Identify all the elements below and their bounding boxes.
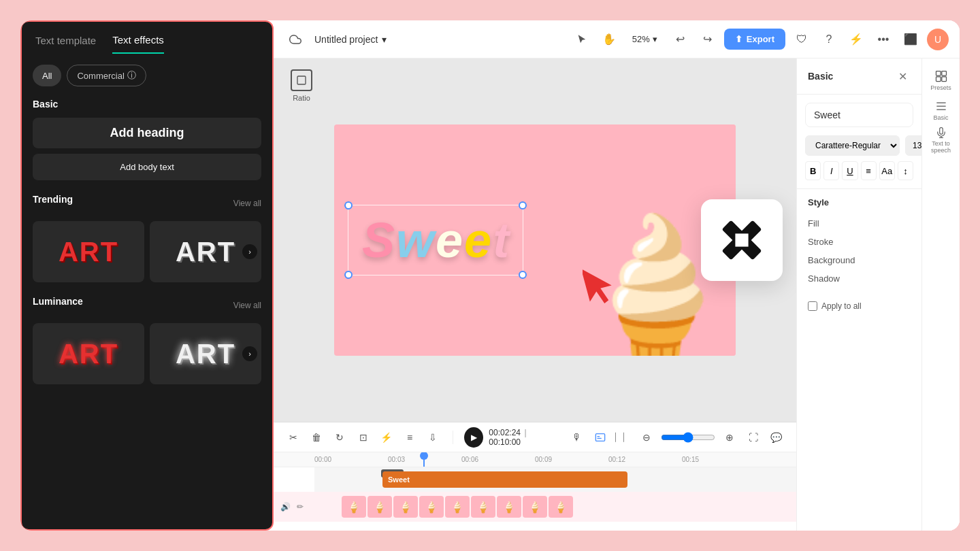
dropdown-chevron: ▾ <box>382 34 387 45</box>
trending-card-1[interactable]: ART <box>33 221 144 282</box>
loop-button[interactable]: ↻ <box>331 428 348 447</box>
filter-row: All Commercial ⓘ <box>33 65 261 86</box>
play-button[interactable]: ▶ <box>464 427 483 448</box>
handle-top-left[interactable] <box>344 201 353 210</box>
add-heading-button[interactable]: Add heading <box>33 118 261 148</box>
pan-tool-button[interactable]: ✋ <box>598 29 620 50</box>
settings-icon[interactable]: ⚡ <box>845 29 867 50</box>
avatar[interactable]: U <box>927 29 949 50</box>
capcut-logo <box>715 213 769 267</box>
frame-9: 🍦 <box>549 496 573 518</box>
luminance-card-1[interactable]: ART <box>33 323 144 384</box>
basic-side-button[interactable]: Basic <box>928 97 955 124</box>
align-button[interactable]: ≡ <box>861 161 877 180</box>
canvas-row: Ratio 🍦 <box>274 59 960 531</box>
time-separator: | <box>524 428 526 437</box>
delete-button[interactable]: 🗑 <box>308 428 325 447</box>
ratio-button[interactable]: Ratio <box>284 69 318 102</box>
cloud-save-icon[interactable] <box>284 29 306 50</box>
more-options-button[interactable]: ••• <box>872 29 894 50</box>
filter-commercial-button[interactable]: Commercial ⓘ <box>67 65 146 86</box>
letter-e2: e <box>464 212 491 268</box>
text-to-speech-button[interactable]: Text to speech <box>928 127 955 154</box>
main-area: Untitled project ▾ ✋ 52% ▾ ↩ ↪ ⬆ Export <box>274 20 960 531</box>
zoom-slider[interactable] <box>661 432 715 443</box>
split-audio-button[interactable]: ⎸⎸ <box>615 428 632 447</box>
font-family-select[interactable]: Carattere-Regular <box>805 135 900 156</box>
handle-top-right[interactable] <box>519 201 527 210</box>
bold-button[interactable]: B <box>805 161 821 180</box>
font-case-button[interactable]: Aa <box>879 161 895 180</box>
view-all-trending[interactable]: View all <box>233 199 261 208</box>
canvas-content: 🍦 S w e e <box>334 124 736 356</box>
text-to-speech-label: Text to speech <box>928 140 955 154</box>
mic-button[interactable]: 🎙 <box>568 428 586 447</box>
layout-toggle-button[interactable]: ⬛ <box>900 29 921 50</box>
text-input[interactable] <box>814 110 904 120</box>
tab-text-effects[interactable]: Text effects <box>112 34 164 54</box>
basic-side-label: Basic <box>933 114 948 121</box>
project-name-button[interactable]: Untitled project ▾ <box>314 34 387 45</box>
presets-label: Presets <box>930 84 951 91</box>
add-body-button[interactable]: Add body text <box>33 154 261 180</box>
help-icon[interactable]: ? <box>818 29 840 50</box>
select-tool-button[interactable] <box>571 29 593 50</box>
edit-track-button[interactable]: ✏ <box>294 501 306 513</box>
svg-rect-7 <box>941 71 946 76</box>
filter-all-button[interactable]: All <box>33 65 61 86</box>
trending-card-2[interactable]: ART › <box>150 221 261 282</box>
export-button[interactable]: ⬆ Export <box>724 29 785 50</box>
zoom-in-button[interactable]: ⊕ <box>721 428 738 447</box>
timeline-tracks: 00:00 00:03 00:06 00:09 00:12 00:15 <box>274 452 796 531</box>
frame-5: 🍦 <box>445 496 470 518</box>
underline-button[interactable]: U <box>842 161 858 180</box>
add-button[interactable]: ⇩ <box>424 428 442 447</box>
line-height-button[interactable]: ↕ <box>898 161 913 180</box>
shadow-row: Shadow <box>808 269 911 288</box>
fullscreen-button[interactable]: ⛶ <box>745 428 762 447</box>
sweet-text-container[interactable]: S w e e t <box>348 205 523 276</box>
caption-button[interactable] <box>591 428 609 447</box>
handle-bottom-right[interactable] <box>519 271 527 279</box>
current-time: 00:02:24 <box>489 428 521 437</box>
ratio-label: Ratio <box>293 94 310 102</box>
svg-rect-6 <box>936 71 941 76</box>
fill-label: Fill <box>808 218 819 229</box>
close-properties-button[interactable]: ✕ <box>894 68 911 84</box>
redo-button[interactable]: ↪ <box>697 29 719 50</box>
zoom-out-button[interactable]: ⊖ <box>638 428 655 447</box>
text-input-area[interactable] <box>805 103 913 127</box>
volume-button[interactable]: 🔊 <box>279 501 291 513</box>
tab-text-template[interactable]: Text template <box>35 35 96 53</box>
align-button[interactable]: ≡ <box>401 428 419 447</box>
clip-label: Sweet <box>388 475 410 484</box>
italic-button[interactable]: I <box>823 161 839 180</box>
art-white-text: ART <box>176 237 235 267</box>
view-all-luminance[interactable]: View all <box>233 301 261 310</box>
luminance-card-2[interactable]: ART › <box>150 323 261 384</box>
right-panel: Basic ✕ Carattere-Regular 13 <box>796 59 960 531</box>
presets-button[interactable]: Presets <box>928 67 955 94</box>
sweet-text: S w e e t <box>362 212 509 268</box>
trim-button[interactable]: ✂ <box>284 428 302 447</box>
crop-button[interactable]: ⊡ <box>355 428 372 447</box>
video-track: 🔊 ✏ 🍦 🍦 🍦 🍦 🍦 🍦 🍦 <box>274 492 796 522</box>
arrow-badge: › <box>242 244 257 259</box>
font-row: Carattere-Regular 13 <box>797 135 921 161</box>
header-tools: ✋ 52% ▾ ↩ ↪ ⬆ Export 🛡 ? ⚡ ••• ⬛ U <box>571 29 949 50</box>
video-frames: 🍦 🍦 🍦 🍦 🍦 🍦 🍦 🍦 🍦 <box>314 496 573 518</box>
zoom-button[interactable]: 52% ▾ <box>625 31 664 47</box>
frame-3: 🍦 <box>393 496 418 518</box>
fill-row: Fill <box>808 214 911 233</box>
undo-button[interactable]: ↩ <box>670 29 691 50</box>
ruler-mark-9: 00:09 <box>535 456 608 463</box>
sweet-clip[interactable]: Sweet <box>382 471 627 488</box>
handle-bottom-left[interactable] <box>344 271 353 279</box>
font-size-select[interactable]: 13 <box>905 135 921 156</box>
shield-icon[interactable]: 🛡 <box>791 29 813 50</box>
letter-t: t <box>493 212 509 268</box>
comment-button[interactable]: 💬 <box>768 428 785 447</box>
split-button[interactable]: ⚡ <box>378 428 395 447</box>
panel-body: All Commercial ⓘ Basic Add heading Add b… <box>22 54 272 529</box>
apply-to-all-checkbox[interactable] <box>808 301 817 311</box>
